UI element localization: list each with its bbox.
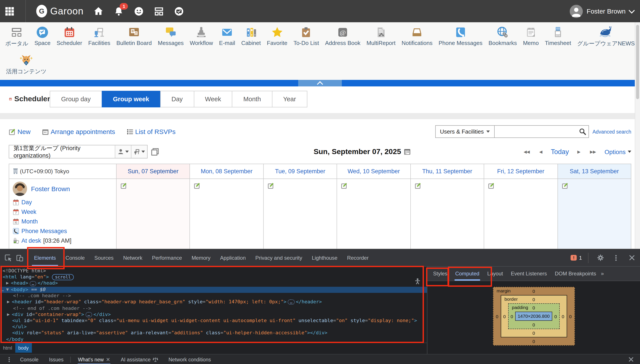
- collapse-portal-button[interactable]: [298, 80, 342, 86]
- drawer-tab-issues[interactable]: Issues: [49, 354, 64, 364]
- devtools-tab-recorder[interactable]: Recorder: [342, 250, 374, 266]
- notifications-button[interactable]: 1: [114, 6, 124, 16]
- day-cell-sat[interactable]: [558, 179, 631, 253]
- add-appointment-button[interactable]: [190, 180, 200, 191]
- inspect-element-button[interactable]: [2, 252, 14, 264]
- day-header-thu[interactable]: Thu, 11 September: [410, 164, 484, 179]
- sidebar-tab-layout[interactable]: Layout: [483, 267, 507, 280]
- advanced-search-link[interactable]: Advanced search: [592, 129, 631, 134]
- devtools-dom-node[interactable]: </ul>: [0, 324, 427, 330]
- add-appointment-button[interactable]: [411, 180, 421, 191]
- devtools-dom-node[interactable]: …▼<body> == $0: [0, 286, 427, 293]
- today-button[interactable]: Today: [551, 148, 569, 156]
- app-item-email[interactable]: E-mail: [219, 26, 235, 46]
- tab-year[interactable]: Year: [272, 91, 307, 107]
- previous-button[interactable]: ◄: [538, 149, 544, 154]
- search-button[interactable]: [577, 126, 588, 138]
- devtools-dom-node[interactable]: <ul id="ui-id-1" tabindex="0" class="ui-…: [0, 318, 427, 324]
- app-item-memo[interactable]: Memo: [523, 26, 539, 46]
- app-item-groupware-news[interactable]: グループウェアNEWS: [577, 26, 635, 48]
- devtools-dom-node[interactable]: </body: [0, 336, 427, 342]
- tab-group-week[interactable]: Group week: [102, 91, 160, 107]
- day-cell-sun[interactable]: [116, 179, 190, 253]
- arrange-appointments-button[interactable]: Arrange appointments: [42, 128, 115, 135]
- add-appointment-button[interactable]: [484, 180, 494, 191]
- devtools-tab-sources[interactable]: Sources: [90, 250, 118, 266]
- app-item-notifications[interactable]: Notifications: [402, 26, 433, 46]
- app-item-portal[interactable]: ポータル: [5, 26, 28, 48]
- options-dropdown[interactable]: Options: [605, 148, 632, 155]
- devtools-tab-application[interactable]: Application: [215, 250, 250, 266]
- expand-ellipsis-button[interactable]: …: [288, 300, 294, 305]
- drawer-tab-network-conditions[interactable]: Network conditions: [168, 354, 211, 364]
- member-phone-messages-link[interactable]: Phone Messages: [13, 228, 114, 234]
- add-appointment-button[interactable]: [117, 180, 127, 191]
- day-cell-wed[interactable]: [337, 179, 410, 253]
- app-item-timesheet[interactable]: Timesheet: [545, 26, 571, 46]
- devtools-tab-performance[interactable]: Performance: [147, 250, 187, 266]
- day-header-mon[interactable]: Mon, 08 September: [190, 164, 264, 179]
- devtools-tab-console[interactable]: Console: [61, 250, 90, 266]
- devtools-dom-node[interactable]: ▶<div id="container-wrap">…</div>: [0, 312, 427, 318]
- calendar-picker-icon[interactable]: [404, 148, 411, 156]
- node-menu-dots-icon[interactable]: …: [1, 287, 6, 293]
- devtools-dom-node[interactable]: <!DOCTYPE html>: [0, 268, 427, 274]
- app-item-space[interactable]: Space: [34, 26, 51, 46]
- tab-group-day[interactable]: Group day: [50, 91, 102, 107]
- app-item-workflow[interactable]: Workflow: [190, 26, 213, 46]
- devtools-dom-node[interactable]: ▶<head>…</head>: [0, 280, 427, 287]
- expand-ellipsis-button[interactable]: …: [30, 281, 36, 286]
- page-scrollbar[interactable]: [635, 22, 640, 249]
- scrollbar-thumb[interactable]: [636, 25, 639, 99]
- sidebar-tab-event-listeners[interactable]: Event Listeners: [507, 267, 551, 280]
- app-item-katsuyo-contents[interactable]: G 活用コンテンツ: [6, 54, 46, 78]
- devtools-dom-node[interactable]: ▶<header id="header-wrap" class="header-…: [0, 299, 427, 305]
- devtools-tab-privacy[interactable]: Privacy and security: [250, 250, 307, 266]
- box-model-diagram[interactable]: margin 0 0 border 0 0 padding: [493, 287, 575, 346]
- more-tabs-chevron-icon[interactable]: »: [601, 270, 604, 277]
- expand-arrow-icon[interactable]: ▶: [7, 312, 12, 318]
- app-item-cabinet[interactable]: Cabinet: [241, 26, 261, 46]
- accessibility-tree-button[interactable]: [414, 278, 421, 286]
- day-cell-mon[interactable]: [190, 179, 264, 253]
- tab-month[interactable]: Month: [232, 91, 272, 107]
- drawer-tab-whats-new[interactable]: What's new ✕: [78, 354, 110, 364]
- tab-day[interactable]: Day: [160, 91, 194, 107]
- devtools-dom-node[interactable]: <!-- .com header -->: [0, 293, 427, 299]
- sidebar-tab-computed[interactable]: Computed: [451, 267, 483, 280]
- previous-period-button[interactable]: ◄◄: [522, 149, 531, 154]
- app-item-facilities[interactable]: Facilities: [88, 26, 110, 46]
- devtools-dom-node[interactable]: <html lang="en">scroll: [0, 274, 427, 280]
- tab-week[interactable]: Week: [194, 91, 232, 107]
- collapse-arrow-icon[interactable]: ▼: [6, 286, 11, 293]
- breadcrumb-html[interactable]: html: [0, 343, 15, 353]
- next-period-button[interactable]: ►►: [589, 149, 597, 154]
- select-facility-button[interactable]: [131, 145, 147, 158]
- member-week-link[interactable]: 7 Week: [13, 208, 114, 215]
- sidebar-tab-dom-breakpoints[interactable]: DOM Breakpoints: [551, 267, 600, 280]
- list-of-rsvps-button[interactable]: List of RSVPs: [126, 128, 176, 135]
- devtools-settings-button[interactable]: [594, 252, 606, 264]
- devtools-tab-elements[interactable]: Elements: [29, 250, 61, 266]
- day-header-sun[interactable]: Sun, 07 September: [116, 164, 190, 179]
- presence-status-link[interactable]: At desk: [22, 238, 41, 244]
- sidebar-tab-styles[interactable]: Styles: [429, 267, 451, 280]
- day-header-wed[interactable]: Wed, 10 September: [337, 164, 410, 179]
- drawer-tab-ai-assistance[interactable]: AI assistance: [121, 354, 158, 364]
- app-item-multireport[interactable]: MultiReport: [366, 26, 396, 46]
- scroll-badge[interactable]: scroll: [52, 274, 74, 280]
- breadcrumb-body[interactable]: body: [15, 343, 32, 353]
- user-menu[interactable]: Foster Brown: [570, 4, 634, 18]
- app-item-bookmarks[interactable]: Bookmarks: [488, 26, 517, 46]
- day-cell-tue[interactable]: [264, 179, 337, 253]
- drawer-tab-console[interactable]: Console: [20, 354, 38, 364]
- app-item-messages[interactable]: Messages: [158, 26, 184, 46]
- drawer-close-button[interactable]: [625, 354, 636, 364]
- expand-ellipsis-button[interactable]: …: [85, 312, 92, 317]
- expand-arrow-icon[interactable]: ▶: [6, 280, 11, 286]
- member-name-link[interactable]: Foster Brown: [31, 185, 70, 192]
- devtools-tab-lighthouse[interactable]: Lighthouse: [307, 250, 342, 266]
- member-day-link[interactable]: 1 Day: [13, 199, 114, 206]
- app-item-bulletin-board[interactable]: Bulletin Board: [116, 26, 152, 46]
- app-item-todo-list[interactable]: To-Do List: [293, 26, 319, 46]
